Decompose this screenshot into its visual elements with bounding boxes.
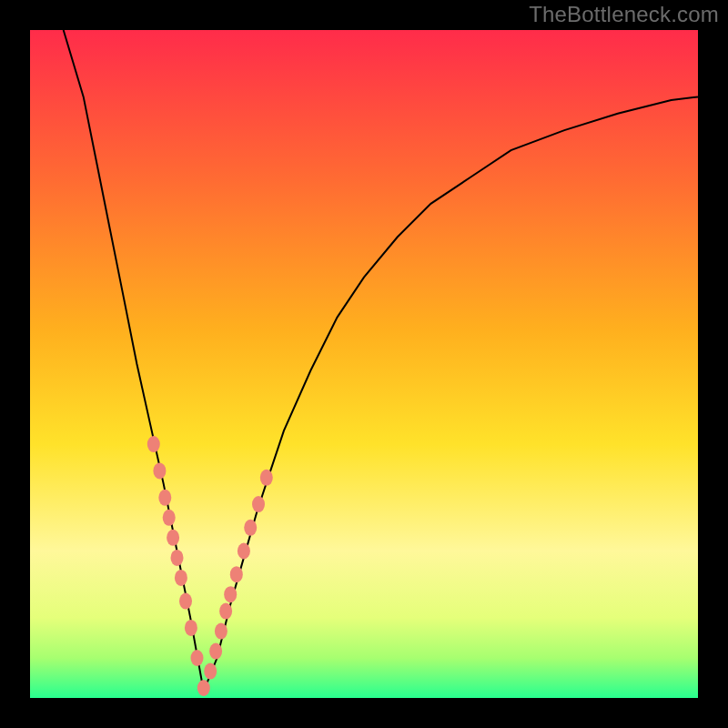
data-marker — [219, 603, 232, 620]
chart-stage: TheBottleneck.com — [0, 0, 728, 728]
data-marker — [197, 680, 210, 696]
data-marker — [238, 543, 250, 560]
data-marker — [224, 586, 237, 602]
data-marker — [171, 550, 184, 566]
data-marker — [163, 510, 176, 526]
data-marker — [230, 566, 243, 582]
watermark-label: TheBottleneck.com — [529, 2, 719, 27]
data-marker — [260, 470, 273, 486]
data-marker — [153, 462, 166, 479]
data-marker — [204, 663, 217, 680]
data-marker — [185, 620, 197, 636]
data-marker — [191, 650, 204, 666]
data-marker — [244, 520, 257, 536]
data-marker — [158, 490, 171, 506]
data-marker — [215, 623, 228, 640]
data-marker — [179, 593, 192, 610]
data-marker — [252, 496, 265, 512]
gradient-background — [30, 30, 698, 698]
data-marker — [147, 436, 160, 452]
bottleneck-chart — [0, 0, 728, 728]
data-marker — [167, 530, 179, 546]
data-marker — [209, 643, 222, 660]
data-marker — [175, 570, 187, 586]
